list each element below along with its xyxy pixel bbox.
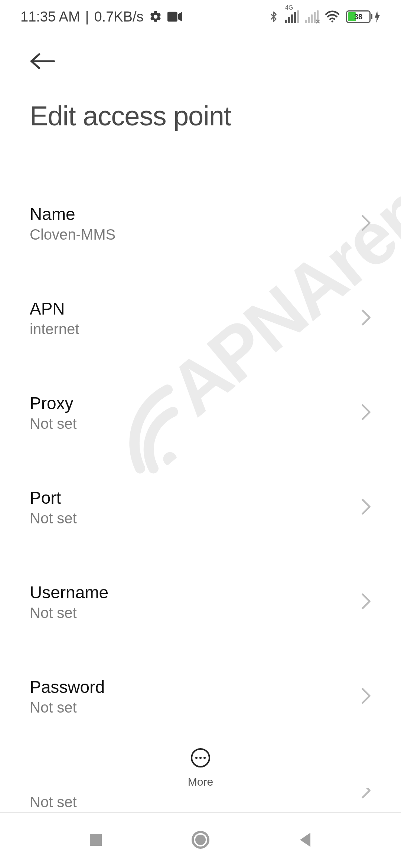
row-password[interactable]: Password Not set — [0, 649, 401, 744]
wifi-icon — [325, 10, 340, 23]
chevron-right-icon — [361, 688, 371, 706]
row-label: Name — [30, 204, 115, 224]
chevron-right-icon — [361, 404, 371, 422]
status-left: 11:35 AM | 0.7KB/s — [20, 9, 182, 25]
status-time: 11:35 AM — [20, 9, 80, 25]
row-value: Not set — [30, 794, 80, 811]
signal-sim1-icon: 4G — [285, 10, 299, 23]
status-bar: 11:35 AM | 0.7KB/s 4G — [0, 0, 401, 33]
battery-percent: 38 — [347, 11, 369, 22]
chevron-right-icon — [361, 499, 371, 516]
network-tag: 4G — [285, 4, 293, 11]
row-value: Not set — [30, 699, 105, 716]
bluetooth-icon — [268, 10, 279, 24]
square-icon — [88, 832, 103, 847]
chevron-right-icon — [361, 309, 371, 327]
chevron-right-icon — [361, 215, 371, 233]
system-nav-bar — [0, 812, 401, 868]
row-proxy[interactable]: Proxy Not set — [0, 365, 401, 460]
svg-point-10 — [195, 835, 206, 845]
row-value: Not set — [30, 415, 77, 432]
nav-recent-button[interactable] — [88, 832, 103, 849]
svg-point-7 — [203, 757, 206, 759]
row-label: Port — [30, 488, 77, 508]
chevron-right-icon — [361, 593, 371, 611]
row-label: APN — [30, 299, 79, 319]
gear-icon — [149, 10, 162, 23]
video-icon — [167, 11, 182, 22]
more-button[interactable]: More — [188, 747, 213, 788]
svg-point-5 — [195, 757, 198, 759]
nav-home-button[interactable] — [191, 831, 210, 851]
circle-icon — [191, 831, 210, 849]
svg-point-2 — [331, 20, 333, 22]
row-apn[interactable]: APN internet — [0, 271, 401, 365]
more-label: More — [188, 776, 213, 788]
triangle-left-icon — [298, 832, 313, 848]
row-port[interactable]: Port Not set — [0, 460, 401, 555]
back-button[interactable] — [30, 48, 56, 74]
svg-point-6 — [199, 757, 202, 759]
row-value: Not set — [30, 605, 108, 621]
svg-rect-8 — [90, 834, 102, 846]
svg-rect-1 — [167, 12, 177, 22]
row-value: internet — [30, 321, 79, 338]
status-right: 4G 38 — [268, 10, 381, 24]
row-label: Proxy — [30, 393, 77, 413]
row-name[interactable]: Name Cloven-MMS — [0, 176, 401, 271]
nav-back-button[interactable] — [298, 832, 313, 849]
signal-sim2-icon — [305, 10, 319, 23]
row-label: Username — [30, 582, 108, 602]
more-menu-icon — [190, 747, 211, 770]
row-username[interactable]: Username Not set — [0, 555, 401, 649]
status-speed: 0.7KB/s — [94, 9, 143, 25]
battery-icon: 38 — [346, 10, 381, 23]
page-title: Edit access point — [30, 100, 371, 132]
row-label: Password — [30, 677, 105, 697]
header: Edit access point — [0, 33, 401, 132]
status-divider: | — [85, 9, 89, 25]
arrow-left-icon — [30, 52, 56, 70]
row-value: Cloven-MMS — [30, 226, 115, 243]
row-value: Not set — [30, 510, 77, 527]
